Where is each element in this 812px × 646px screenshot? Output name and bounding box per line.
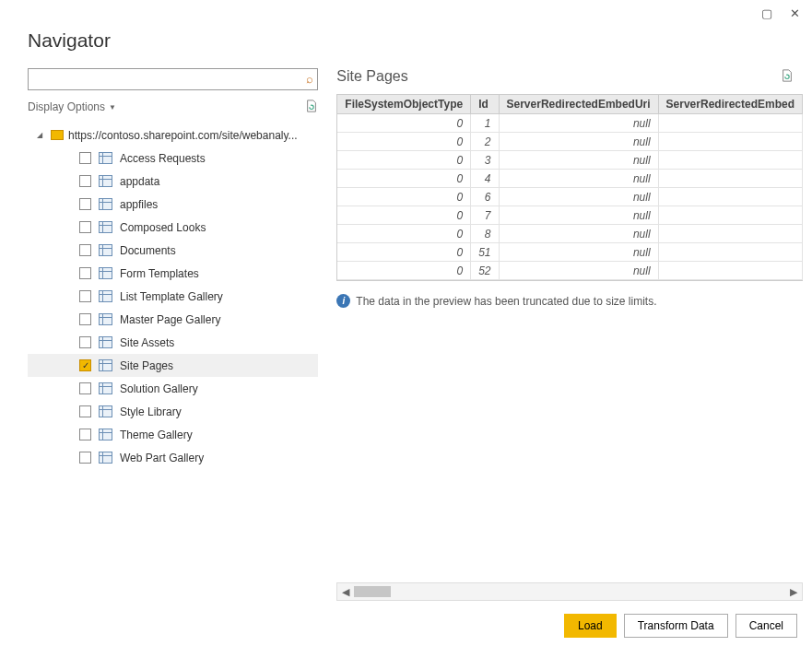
root-label: https://contoso.sharepoint.com/site/weba… — [68, 129, 298, 142]
cancel-button[interactable]: Cancel — [736, 614, 797, 638]
tree-item[interactable]: Solution Gallery — [28, 377, 318, 400]
checkbox[interactable] — [79, 221, 91, 233]
column-header[interactable]: ServerRedirectedEmbedUri — [499, 95, 658, 114]
tree-item-label: appdata — [120, 175, 159, 188]
tree-item[interactable]: Style Library — [28, 400, 318, 423]
table-cell — [658, 170, 802, 188]
refresh-preview-icon[interactable] — [781, 69, 794, 85]
table-cell: null — [499, 188, 658, 206]
table-cell: 0 — [337, 133, 470, 151]
checkbox[interactable] — [79, 336, 91, 348]
search-icon[interactable]: ⌕ — [306, 72, 313, 86]
checkbox[interactable] — [79, 244, 91, 256]
maximize-button[interactable]: ▢ — [753, 2, 781, 24]
preview-pane: Site Pages FileSystemObjectTypeIdServerR… — [318, 68, 803, 603]
checkbox[interactable] — [79, 359, 91, 371]
tree-item[interactable]: List Template Gallery — [28, 285, 318, 308]
scroll-left-icon[interactable]: ◀ — [337, 586, 354, 598]
tree-item[interactable]: appdata — [28, 170, 318, 193]
table-cell: null — [499, 114, 658, 133]
header: Navigator — [0, 26, 812, 68]
tree-item[interactable]: appfiles — [28, 193, 318, 216]
table-row[interactable]: 07null — [337, 206, 802, 225]
tree-item-label: List Template Gallery — [120, 290, 223, 303]
footer: Load Transform Data Cancel — [0, 603, 812, 646]
checkbox[interactable] — [79, 198, 91, 210]
checkbox[interactable] — [79, 290, 91, 302]
table-cell: null — [499, 262, 658, 280]
tree-item-label: Web Part Gallery — [120, 452, 204, 464]
table-cell: null — [499, 225, 658, 243]
table-cell — [658, 133, 802, 151]
table-cell: 0 — [337, 151, 470, 170]
table-row[interactable]: 06null — [337, 188, 802, 206]
column-header[interactable]: FileSystemObjectType — [337, 95, 470, 114]
table-row[interactable]: 02null — [337, 133, 802, 151]
table-row[interactable]: 052null — [337, 262, 802, 280]
tree-item-label: Form Templates — [120, 267, 199, 280]
table-cell: 6 — [471, 188, 499, 206]
tree-item[interactable]: Master Page Gallery — [28, 308, 318, 331]
tree-item[interactable]: Theme Gallery — [28, 423, 318, 446]
table-icon — [99, 221, 112, 233]
checkbox[interactable] — [79, 452, 91, 464]
table-cell: 51 — [471, 243, 499, 262]
table-icon — [99, 267, 112, 279]
horizontal-scrollbar[interactable]: ◀ ▶ — [336, 582, 803, 601]
table-cell: 0 — [337, 225, 470, 243]
page-title: Navigator — [28, 29, 784, 52]
tree-item-label: Composed Looks — [120, 221, 206, 234]
table-row[interactable]: 08null — [337, 225, 802, 243]
checkbox[interactable] — [79, 405, 91, 417]
collapse-icon[interactable]: ◢ — [37, 131, 46, 139]
table-row[interactable]: 051null — [337, 243, 802, 262]
table-cell: 0 — [337, 188, 470, 206]
checkbox[interactable] — [79, 382, 91, 394]
table-row[interactable]: 01null — [337, 114, 802, 133]
checkbox[interactable] — [79, 429, 91, 440]
close-button[interactable]: ✕ — [781, 2, 808, 24]
table-cell: 3 — [471, 151, 499, 170]
transform-data-button[interactable]: Transform Data — [624, 614, 728, 638]
table-cell — [658, 206, 802, 225]
load-button[interactable]: Load — [564, 614, 617, 638]
checkbox[interactable] — [79, 267, 91, 279]
refresh-icon[interactable] — [305, 100, 318, 115]
tree-item[interactable]: Documents — [28, 239, 318, 262]
tree-item-label: Access Requests — [120, 152, 206, 165]
table-cell: 2 — [471, 133, 499, 151]
tree-item[interactable]: Site Assets — [28, 331, 318, 354]
table-cell — [658, 225, 802, 243]
table-row[interactable]: 04null — [337, 170, 802, 188]
table-icon — [99, 405, 112, 417]
table-icon — [99, 313, 112, 325]
table-icon — [99, 336, 112, 348]
table-cell: null — [499, 151, 658, 170]
table-icon — [99, 175, 112, 187]
tree-item[interactable]: Composed Looks — [28, 216, 318, 239]
search-input[interactable] — [28, 68, 318, 90]
tree-item[interactable]: Form Templates — [28, 262, 318, 285]
table-cell: 1 — [471, 114, 499, 133]
display-options-dropdown[interactable]: Display Options ▼ — [28, 100, 116, 113]
table-icon — [99, 290, 112, 302]
checkbox[interactable] — [79, 152, 91, 164]
scroll-track[interactable] — [354, 585, 785, 598]
tree-item[interactable]: Access Requests — [28, 147, 318, 170]
tree-item-label: Theme Gallery — [120, 429, 193, 441]
table-cell: null — [499, 206, 658, 225]
table-row[interactable]: 03null — [337, 151, 802, 170]
checkbox[interactable] — [79, 175, 91, 187]
table-cell: 0 — [337, 170, 470, 188]
column-header[interactable]: ServerRedirectedEmbed — [658, 95, 802, 114]
scroll-thumb[interactable] — [354, 586, 391, 597]
scroll-right-icon[interactable]: ▶ — [785, 586, 802, 598]
checkbox[interactable] — [79, 313, 91, 325]
table-cell — [658, 243, 802, 262]
table-icon — [99, 244, 112, 256]
tree-item-label: Documents — [120, 244, 176, 257]
column-header[interactable]: Id — [471, 95, 499, 114]
tree-root[interactable]: ◢ https://contoso.sharepoint.com/site/we… — [28, 123, 318, 147]
tree-item[interactable]: Site Pages — [28, 354, 318, 377]
tree-item[interactable]: Web Part Gallery — [28, 446, 318, 469]
